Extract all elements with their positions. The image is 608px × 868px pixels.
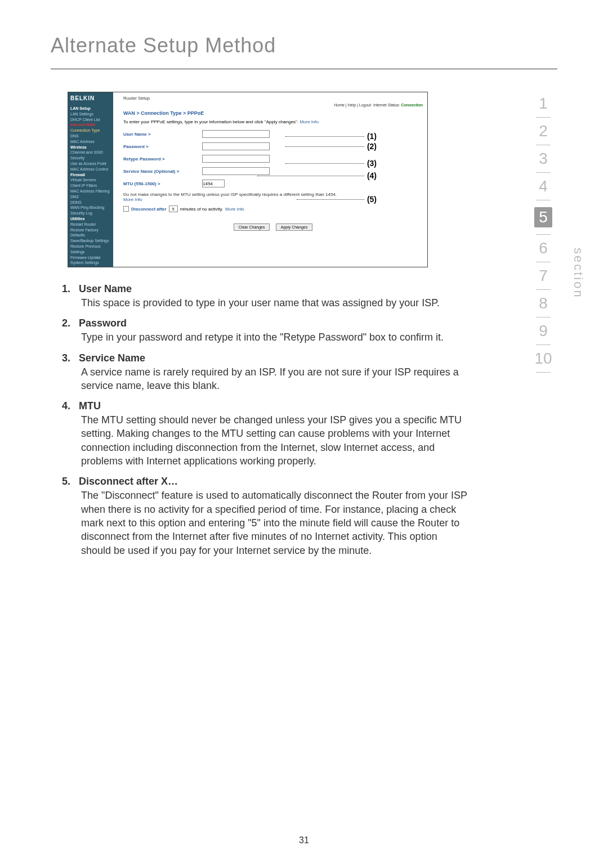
definition-password: 2.Password Type in your password and ret… <box>62 317 467 344</box>
router-toplinks: Home | Help | Logout Internet Status: Co… <box>123 103 423 107</box>
sidebar-item[interactable]: LAN Settings <box>70 111 111 117</box>
more-info-link[interactable]: More Info <box>123 197 423 202</box>
section-nav-8[interactable]: 8 <box>529 294 557 312</box>
section-nav: 1 2 3 4 5 6 7 8 9 10 <box>529 90 557 375</box>
label-retype: Retype Password > <box>123 156 202 162</box>
label-password: Password > <box>123 144 202 149</box>
page-title: Alternate Setup Method <box>51 34 557 57</box>
title-rule <box>51 69 557 69</box>
disconnect-checkbox[interactable] <box>123 206 129 212</box>
input-mtu[interactable] <box>202 180 225 187</box>
sidebar-item[interactable]: MAC Address <box>70 139 111 145</box>
sidebar-item[interactable]: Virtual Servers <box>70 177 111 183</box>
mtu-note: Do not make changes to the MTU setting u… <box>123 192 423 202</box>
sidebar-item[interactable]: DHCP Client List <box>70 117 111 123</box>
sidebar-item[interactable]: System Settings <box>70 260 111 266</box>
def-body: Type in your password and retype it into… <box>81 330 467 344</box>
callout-3: (3) <box>367 159 377 168</box>
callout-1: (1) <box>367 132 377 141</box>
input-service[interactable] <box>202 167 270 175</box>
def-head: User Name <box>79 283 132 294</box>
nav-divider <box>536 234 551 235</box>
router-main: Router Setup Home | Help | Logout Intern… <box>113 92 427 267</box>
sidebar-group-wan: Internet WAN <box>70 122 111 128</box>
link-help[interactable]: Help <box>348 103 356 107</box>
input-username[interactable] <box>202 130 270 138</box>
sidebar-item-connection-type[interactable]: Connection Type <box>70 128 111 133</box>
def-body: The "Disconnect" feature is used to auto… <box>81 489 467 557</box>
button-row: Clear Changes Apply Changes <box>123 223 423 231</box>
link-logout[interactable]: Logout <box>359 103 371 107</box>
sidebar-group-lan: LAN Setup <box>70 106 111 111</box>
clear-changes-button[interactable]: Clear Changes <box>234 223 270 231</box>
callout-2: (2) <box>367 142 377 151</box>
disconnect-label: Disconnect after <box>131 207 167 212</box>
def-body: This space is provided to type in your u… <box>81 296 467 310</box>
apply-changes-button[interactable]: Apply Changes <box>276 223 312 231</box>
nav-divider <box>536 262 551 262</box>
label-username: User Name > <box>123 132 202 137</box>
more-info-link[interactable]: More Info <box>225 207 244 212</box>
def-head: MTU <box>79 400 101 411</box>
section-nav-10[interactable]: 10 <box>529 350 557 368</box>
sidebar-item[interactable]: Security Log <box>70 211 111 216</box>
input-retype[interactable] <box>202 155 270 163</box>
router-screenshot: BELKIN LAN Setup LAN Settings DHCP Clien… <box>68 92 428 267</box>
row-password: Password > <box>123 142 423 150</box>
def-head: Password <box>79 317 127 329</box>
page-number: 31 <box>0 835 608 845</box>
label-mtu: MTU (550-1500) > <box>123 181 202 186</box>
definition-mtu: 4.MTU The MTU setting should never be ch… <box>62 400 467 468</box>
section-nav-4[interactable]: 4 <box>529 177 557 195</box>
nav-divider <box>536 317 551 317</box>
sidebar-item[interactable]: WAN Ping Blocking <box>70 205 111 211</box>
instruction-text: To enter your PPPoE settings, type in yo… <box>123 119 423 124</box>
section-label: section <box>571 248 585 299</box>
section-nav-6[interactable]: 6 <box>529 239 557 257</box>
sidebar-item[interactable]: MAC Address Control <box>70 167 111 172</box>
row-disconnect: Disconnect after minutes of no activity.… <box>123 205 423 212</box>
link-home[interactable]: Home <box>334 103 345 107</box>
section-nav-5[interactable]: 5 <box>534 207 552 227</box>
input-password[interactable] <box>202 142 270 150</box>
sidebar-item[interactable]: DMZ <box>70 194 111 200</box>
sidebar-item[interactable]: Firmware Update <box>70 255 111 261</box>
sidebar-item[interactable]: Use as Access Point <box>70 161 111 167</box>
sidebar-item[interactable]: DDNS <box>70 200 111 205</box>
sidebar-item[interactable]: Security <box>70 155 111 161</box>
def-head: Service Name <box>79 352 145 364</box>
definition-username: 1.User Name This space is provided to ty… <box>62 283 467 310</box>
instruction: To enter your PPPoE settings, type in yo… <box>123 119 298 124</box>
section-nav-3[interactable]: 3 <box>529 150 557 168</box>
sidebar-item[interactable]: Restore Factory Defaults <box>70 227 111 239</box>
section-nav-2[interactable]: 2 <box>529 122 557 140</box>
sidebar-group-firewall: Firewall <box>70 172 111 178</box>
disconnect-minutes-input[interactable] <box>169 205 178 212</box>
definition-service-name: 3.Service Name A service name is rarely … <box>62 352 467 393</box>
belkin-logo: BELKIN <box>70 95 111 102</box>
sidebar-item[interactable]: Restore Previous Settings <box>70 244 111 255</box>
mtu-note-text: Do not make changes to the MTU setting u… <box>123 192 337 197</box>
def-num: 4. <box>62 400 79 412</box>
more-info-link[interactable]: More Info <box>299 119 319 124</box>
def-num: 1. <box>62 283 79 295</box>
section-nav-9[interactable]: 9 <box>529 322 557 340</box>
section-nav-7[interactable]: 7 <box>529 267 557 285</box>
nav-divider <box>536 344 551 345</box>
sidebar-item[interactable]: Client IP Filters <box>70 183 111 189</box>
sidebar-item[interactable]: Channel and SSID <box>70 150 111 155</box>
def-num: 5. <box>62 476 79 487</box>
sidebar-item[interactable]: DNS <box>70 133 111 139</box>
router-title: Router Setup <box>123 96 423 101</box>
definitions-list: 1.User Name This space is provided to ty… <box>62 283 467 557</box>
sidebar-item[interactable]: Save/Backup Settings <box>70 238 111 244</box>
sidebar-item[interactable]: Restart Router <box>70 222 111 227</box>
section-nav-1[interactable]: 1 <box>529 95 557 113</box>
sidebar-item[interactable]: MAC Address Filtering <box>70 189 111 194</box>
callout-4: (4) <box>367 171 377 180</box>
row-retype: Retype Password > <box>123 155 423 163</box>
nav-divider <box>536 200 551 200</box>
callout-5: (5) <box>367 195 377 204</box>
sidebar-group-wireless: Wireless <box>70 145 111 150</box>
nav-divider <box>536 289 551 290</box>
